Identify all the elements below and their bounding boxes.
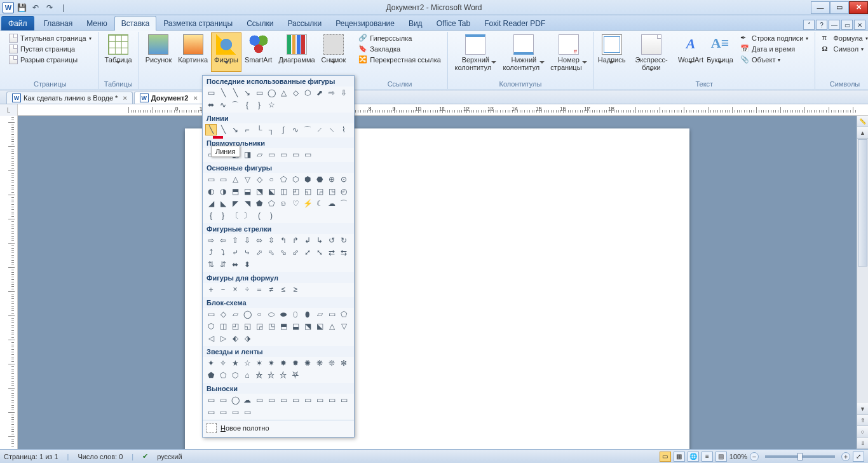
zoom-percent[interactable]: 100% xyxy=(729,453,747,460)
tab-insert[interactable]: Вставка xyxy=(114,16,157,31)
mdi-minimize-icon[interactable]: — xyxy=(829,20,840,30)
shape-lines-2[interactable]: ↘ xyxy=(229,124,241,135)
shape-lines-10[interactable]: ⟍ xyxy=(326,124,337,135)
shape-arrows-20[interactable]: ⤢ xyxy=(302,247,313,258)
shape-basic-14[interactable]: ⬒ xyxy=(229,186,241,197)
dropcap-button[interactable]: A≡Буквица xyxy=(706,33,734,71)
scroll-down-icon[interactable]: ▼ xyxy=(857,403,868,415)
shape-basic-33[interactable]: ☾ xyxy=(314,198,325,209)
shape-lines-4[interactable]: └ xyxy=(254,124,265,135)
shape-equation-5[interactable]: ≠ xyxy=(266,284,277,295)
shape-arrows-23[interactable]: ⇆ xyxy=(338,247,349,258)
ribbon-minimize-icon[interactable]: ˄ xyxy=(803,20,815,30)
shape-callouts-12[interactable]: ▭ xyxy=(205,406,217,418)
shape-basic-19[interactable]: ◰ xyxy=(290,186,301,197)
shape-arrows-5[interactable]: ⇳ xyxy=(266,235,277,246)
prev-page-icon[interactable]: ⇑ xyxy=(857,415,868,426)
scroll-up-icon[interactable]: ▲ xyxy=(857,127,868,139)
clipart-button[interactable]: Картинка xyxy=(175,33,210,64)
smartart-button[interactable]: SmartArt xyxy=(242,33,275,64)
shape-recent-13[interactable]: ∿ xyxy=(217,99,229,111)
shape-flowchart-17[interactable]: ◳ xyxy=(266,321,277,332)
status-language[interactable]: русский xyxy=(157,453,182,460)
shape-callouts-11[interactable]: ▭ xyxy=(338,394,349,406)
datetime-button[interactable]: 📅Дата и время xyxy=(738,44,811,54)
scroll-thumb[interactable] xyxy=(858,139,867,266)
shape-recent-14[interactable]: ⌒ xyxy=(229,99,241,111)
shape-basic-12[interactable]: ◐ xyxy=(205,186,217,197)
shape-stars-13[interactable]: ⬠ xyxy=(217,370,229,381)
shape-basic-21[interactable]: ◲ xyxy=(314,186,325,197)
view-print-layout-icon[interactable]: ▭ xyxy=(660,452,671,462)
header-button[interactable]: Верхний колонтитул xyxy=(452,33,499,71)
shape-flowchart-11[interactable]: ⬠ xyxy=(338,308,349,320)
shape-flowchart-18[interactable]: ⬒ xyxy=(278,321,289,332)
shape-callouts-7[interactable]: ▭ xyxy=(290,394,301,406)
shape-recent-9[interactable]: ⬈ xyxy=(314,87,325,99)
shape-flowchart-22[interactable]: △ xyxy=(326,321,337,332)
shape-flowchart-2[interactable]: ▱ xyxy=(229,308,241,320)
shape-equation-4[interactable]: ＝ xyxy=(254,284,265,295)
shape-basic-3[interactable]: ▽ xyxy=(241,174,253,185)
shape-callouts-8[interactable]: ▭ xyxy=(302,394,313,406)
shape-flowchart-0[interactable]: ▭ xyxy=(205,308,217,320)
status-word-count[interactable]: Число слов: 0 xyxy=(78,453,123,460)
zoom-slider[interactable] xyxy=(765,455,835,458)
shape-flowchart-25[interactable]: ▷ xyxy=(217,333,229,344)
tab-stop-selector[interactable]: L xyxy=(0,104,18,116)
shape-arrows-26[interactable]: ⬌ xyxy=(229,259,241,270)
shape-equation-7[interactable]: ≥ xyxy=(290,284,301,295)
shape-recent-2[interactable]: ╲ xyxy=(229,87,241,99)
shape-recent-10[interactable]: ⇨ xyxy=(326,87,337,99)
shape-stars-2[interactable]: ★ xyxy=(229,357,241,369)
shape-equation-6[interactable]: ≤ xyxy=(278,284,289,295)
shape-flowchart-20[interactable]: ⬔ xyxy=(302,321,313,332)
shape-arrows-8[interactable]: ↲ xyxy=(302,235,313,246)
shape-callouts-9[interactable]: ▭ xyxy=(314,394,325,406)
zoom-out-button[interactable]: − xyxy=(750,452,759,461)
shape-stars-1[interactable]: ✧ xyxy=(217,357,229,369)
shape-arrows-9[interactable]: ↳ xyxy=(314,235,325,246)
shape-stars-8[interactable]: ✺ xyxy=(302,357,313,369)
shape-stars-4[interactable]: ✶ xyxy=(254,357,265,369)
view-draft-icon[interactable]: ▤ xyxy=(715,452,727,462)
page-number-button[interactable]: Номер страницы xyxy=(548,33,589,71)
shape-recent-1[interactable]: ╲ xyxy=(217,87,229,99)
shape-callouts-6[interactable]: ▭ xyxy=(278,394,289,406)
shape-recent-17[interactable]: ☆ xyxy=(266,99,277,111)
shape-flowchart-13[interactable]: ◫ xyxy=(217,321,229,332)
qat-undo-icon[interactable]: ↶ xyxy=(29,2,42,13)
shape-arrows-18[interactable]: ⬂ xyxy=(278,247,289,258)
shape-basic-35[interactable]: ⌒ xyxy=(338,198,349,209)
minimize-button[interactable]: — xyxy=(811,1,830,14)
shape-basic-8[interactable]: ⬢ xyxy=(302,174,313,185)
word-icon[interactable]: W xyxy=(3,2,14,13)
shape-basic-31[interactable]: ♡ xyxy=(290,198,301,209)
shape-recent-16[interactable]: } xyxy=(254,99,265,111)
shape-rects-8[interactable]: ▭ xyxy=(302,149,313,160)
shape-equation-1[interactable]: － xyxy=(217,284,229,295)
page-viewport[interactable] xyxy=(18,116,857,449)
shape-stars-0[interactable]: ✦ xyxy=(205,357,217,369)
shape-flowchart-12[interactable]: ⬡ xyxy=(205,321,217,332)
shape-recent-12[interactable]: ⬌ xyxy=(205,99,217,111)
shape-stars-7[interactable]: ✹ xyxy=(290,357,301,369)
shape-basic-40[interactable]: ( xyxy=(254,210,265,221)
shape-stars-5[interactable]: ✷ xyxy=(266,357,277,369)
shape-recent-3[interactable]: ↘ xyxy=(241,87,253,99)
screenshot-button[interactable]: Снимок xyxy=(319,33,349,71)
bookmark-button[interactable]: 🔖Закладка xyxy=(356,44,444,54)
mdi-close-icon[interactable]: ✕ xyxy=(854,20,865,30)
spellcheck-icon[interactable]: ✔ xyxy=(142,452,148,460)
shape-basic-7[interactable]: ⬡ xyxy=(290,174,301,185)
shape-lines-1[interactable]: ╲ xyxy=(217,124,229,135)
shape-lines-6[interactable]: ∫ xyxy=(278,124,289,135)
tab-office-tab[interactable]: Office Tab xyxy=(430,16,478,31)
shape-flowchart-16[interactable]: ◲ xyxy=(254,321,265,332)
mdi-restore-icon[interactable]: ▭ xyxy=(841,20,853,30)
shape-callouts-0[interactable]: ▭ xyxy=(205,394,217,406)
shape-basic-0[interactable]: ▭ xyxy=(205,174,217,185)
shape-rects-6[interactable]: ▭ xyxy=(278,149,289,160)
hyperlink-button[interactable]: 🔗Гиперссылка xyxy=(356,33,444,43)
shape-basic-24[interactable]: ◢ xyxy=(205,198,217,209)
